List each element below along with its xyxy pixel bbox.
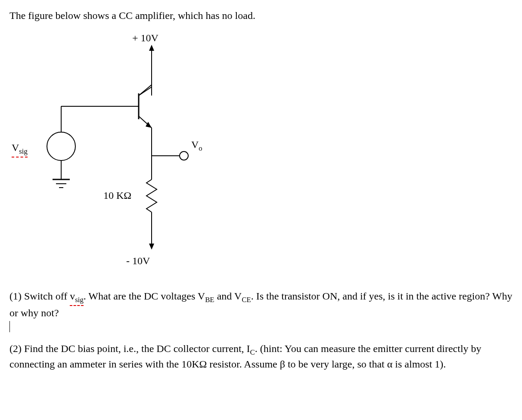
question-1: (1) Switch off vsig. What are the DC vol… bbox=[9, 289, 513, 334]
circuit-diagram: + 10V - 10V 10 KΩ Vsig Vo bbox=[9, 27, 225, 276]
text-cursor bbox=[9, 321, 12, 332]
bottom-supply-label: - 10V bbox=[126, 254, 150, 268]
svg-marker-14 bbox=[149, 244, 154, 250]
svg-point-11 bbox=[180, 151, 188, 160]
intro-text: The figure below shows a CC amplifier, w… bbox=[9, 9, 513, 22]
top-supply-label: + 10V bbox=[132, 31, 158, 45]
vsig-label: Vsig bbox=[12, 141, 28, 157]
vo-label: Vo bbox=[191, 138, 202, 153]
svg-line-5 bbox=[139, 85, 152, 96]
svg-point-17 bbox=[47, 132, 75, 161]
question-2: (2) Find the DC bias point, i.e., the DC… bbox=[9, 342, 513, 371]
resistor-label: 10 KΩ bbox=[103, 188, 131, 202]
